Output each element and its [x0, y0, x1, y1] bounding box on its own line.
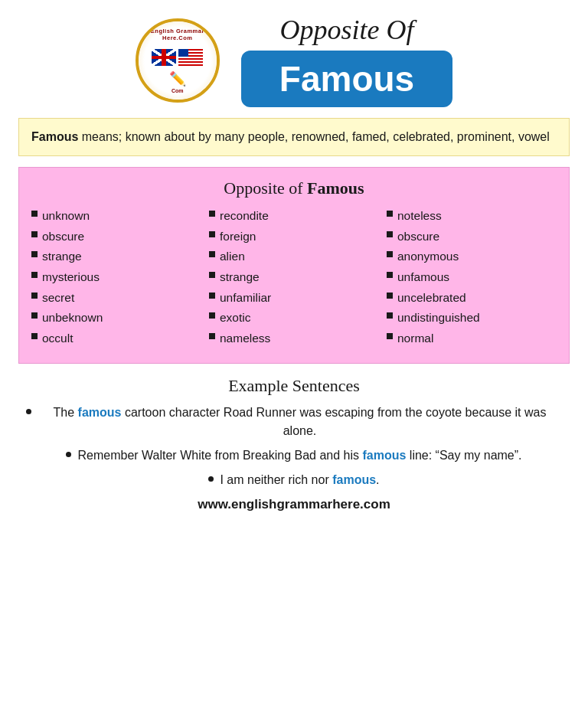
bullet-icon — [31, 272, 38, 278]
bullet-icon — [209, 333, 215, 339]
definition-box: Famous means; known about by many people… — [18, 118, 570, 156]
opposite-section-title: Opposite of Famous — [31, 178, 557, 198]
opposite-columns: unknown obscure strange mysterious secre… — [31, 208, 557, 351]
opposite-list-2: recondite foreign alien strange unfamili… — [209, 208, 379, 347]
bullet-icon — [387, 231, 393, 237]
famous-highlight: famous — [332, 473, 376, 486]
bullet-icon — [387, 211, 393, 217]
bullet-icon — [387, 293, 393, 299]
list-item: noteless — [387, 208, 557, 224]
footer-url: www.englishgrammarhere.com — [26, 497, 562, 512]
list-item: unbeknown — [31, 309, 201, 326]
famous-highlight: famous — [362, 449, 406, 462]
opposite-column-3: noteless obscure anonymous unfamous unce… — [387, 208, 557, 351]
bullet-icon — [31, 251, 38, 257]
opposite-column-2: recondite foreign alien strange unfamili… — [209, 208, 379, 351]
list-item: uncelebrated — [387, 289, 557, 306]
list-item: unknown — [31, 208, 201, 224]
list-item: foreign — [209, 228, 379, 245]
example-item-3: I am neither rich nor famous. — [26, 471, 562, 489]
definition-word: Famous — [31, 130, 78, 143]
bullet-circle-icon — [66, 452, 71, 457]
bullet-icon — [31, 333, 38, 339]
bullet-icon — [387, 251, 393, 257]
definition-text: means; known about by many people, renow… — [78, 130, 549, 143]
header-title-area: Opposite Of Famous — [241, 14, 452, 107]
examples-section: Example Sentences The famous cartoon cha… — [18, 376, 570, 512]
example-item-2: Remember Walter White from Breaking Bad … — [26, 446, 562, 465]
bullet-circle-icon — [208, 476, 214, 482]
opposite-list-1: unknown obscure strange mysterious secre… — [31, 208, 201, 347]
bullet-circle-icon — [26, 409, 31, 414]
opposite-list-3: noteless obscure anonymous unfamous unce… — [387, 208, 557, 347]
word-badge: Famous — [241, 51, 452, 107]
opposite-title-plain: Opposite of — [224, 178, 307, 198]
list-item: strange — [209, 269, 379, 286]
bullet-icon — [31, 312, 38, 319]
logo-text-top: English GrammarHere.Com — [151, 28, 204, 41]
logo-flags — [152, 49, 203, 66]
page-title: Opposite Of — [280, 14, 414, 46]
pencil-icon: ✏️ — [169, 70, 186, 87]
bullet-icon — [387, 333, 393, 339]
opposite-section: Opposite of Famous unknown obscure stran… — [18, 167, 570, 364]
opposite-column-1: unknown obscure strange mysterious secre… — [31, 208, 201, 351]
list-item: alien — [209, 248, 379, 265]
famous-highlight: famous — [78, 406, 122, 419]
flag-uk-icon — [152, 49, 176, 66]
list-item: mysterious — [31, 269, 201, 286]
bullet-icon — [209, 312, 215, 319]
logo-text-bottom: Com — [172, 88, 184, 93]
example-text-3: I am neither rich nor famous. — [220, 471, 379, 489]
list-item: obscure — [387, 228, 557, 245]
list-item: secret — [31, 289, 201, 306]
bullet-icon — [209, 272, 215, 278]
list-item: obscure — [31, 228, 201, 245]
opposite-title-bold: Famous — [307, 178, 364, 198]
bullet-icon — [31, 211, 38, 217]
bullet-icon — [209, 251, 215, 257]
example-text-2: Remember Walter White from Breaking Bad … — [77, 446, 521, 465]
word-badge-text: Famous — [279, 58, 414, 100]
bullet-icon — [209, 231, 215, 237]
list-item: nameless — [209, 330, 379, 347]
page-header: English GrammarHere.Com ✏️ Com Opposite … — [18, 14, 570, 107]
list-item: exotic — [209, 309, 379, 326]
list-item: occult — [31, 330, 201, 347]
list-item: undistinguished — [387, 309, 557, 326]
bullet-icon — [31, 231, 38, 237]
bullet-icon — [209, 211, 215, 217]
bullet-icon — [387, 312, 393, 319]
examples-title: Example Sentences — [26, 376, 562, 396]
list-item: normal — [387, 330, 557, 347]
examples-list: The famous cartoon character Road Runner… — [26, 404, 562, 489]
list-item: unfamiliar — [209, 289, 379, 306]
example-item-1: The famous cartoon character Road Runner… — [26, 404, 562, 440]
list-item: strange — [31, 248, 201, 265]
list-item: anonymous — [387, 248, 557, 265]
list-item: unfamous — [387, 269, 557, 286]
bullet-icon — [209, 293, 215, 299]
list-item: recondite — [209, 208, 379, 224]
example-text-1: The famous cartoon character Road Runner… — [38, 404, 562, 440]
logo: English GrammarHere.Com ✏️ Com — [136, 18, 220, 103]
flag-us-icon — [178, 49, 203, 66]
bullet-icon — [387, 272, 393, 278]
bullet-icon — [31, 293, 38, 299]
